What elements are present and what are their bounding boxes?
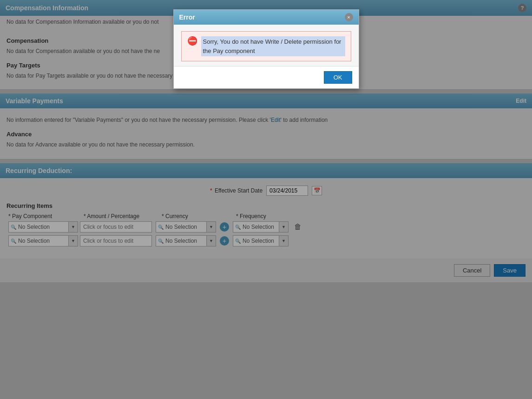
modal-footer: OK — [174, 66, 359, 88]
modal-title: Error — [179, 13, 195, 21]
modal-overlay: Error × ⛔ Sorry, You do not have Write /… — [0, 0, 532, 399]
modal-close-button[interactable]: × — [345, 13, 353, 21]
modal-body: ⛔ Sorry, You do not have Write / Delete … — [174, 25, 359, 66]
ok-button[interactable]: OK — [324, 71, 352, 84]
error-icon: ⛔ — [187, 37, 197, 46]
error-text: Sorry, You do not have Write / Delete pe… — [201, 36, 345, 56]
modal-header: Error × — [174, 10, 359, 25]
error-message-row: ⛔ Sorry, You do not have Write / Delete … — [181, 31, 351, 61]
error-dialog: Error × ⛔ Sorry, You do not have Write /… — [173, 9, 359, 89]
